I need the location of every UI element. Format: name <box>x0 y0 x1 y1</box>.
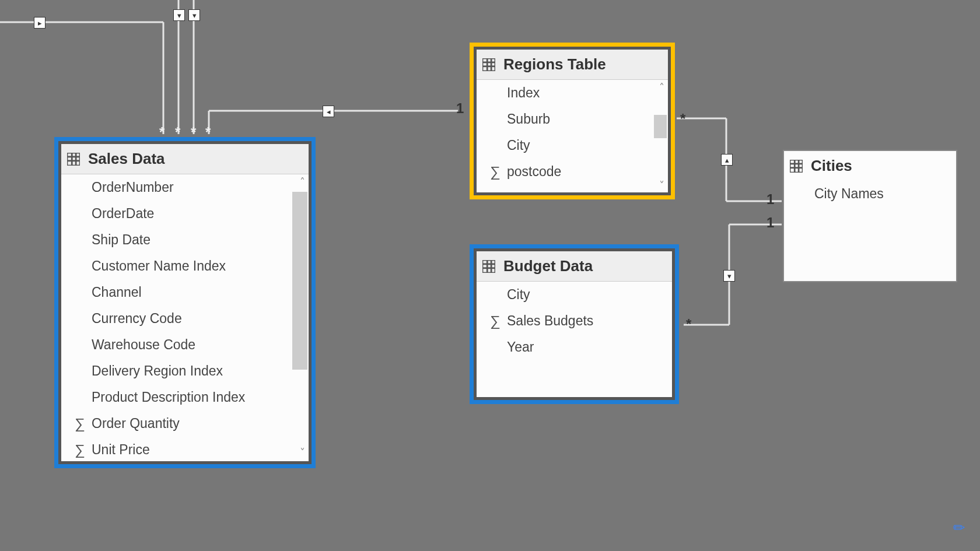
direction-arrow-icon: ▾ <box>173 9 185 21</box>
field-label: Warehouse Code <box>92 337 195 353</box>
field-row[interactable]: ∑City Names <box>784 181 956 207</box>
field-label: Order Quantity <box>92 416 180 431</box>
field-row[interactable]: ∑Customer Name Index <box>61 253 309 279</box>
cardinality-one: 1 <box>766 191 774 208</box>
field-label: OrderDate <box>92 206 154 222</box>
field-row[interactable]: ∑Unit Price <box>61 437 309 463</box>
field-row[interactable]: ∑Index <box>477 80 668 106</box>
field-row[interactable]: ∑Product Description Index <box>61 384 309 410</box>
field-row[interactable]: ∑Ship Date <box>61 227 309 253</box>
scroll-up-icon[interactable]: ˄ <box>659 82 664 93</box>
direction-arrow-icon: ▾ <box>188 9 200 21</box>
table-header[interactable]: Budget Data <box>477 251 672 282</box>
scrollbar-thumb[interactable] <box>292 192 307 370</box>
field-row[interactable]: ∑OrderDate <box>61 201 309 227</box>
table-icon <box>482 58 495 71</box>
field-label: Year <box>507 339 534 355</box>
svg-rect-27 <box>790 160 803 173</box>
field-label: City <box>507 287 530 303</box>
field-row[interactable]: ∑postcode <box>477 159 668 185</box>
table-cities[interactable]: Cities ∑City Names <box>783 150 957 282</box>
field-label: OrderNumber <box>92 180 174 195</box>
cardinality-one: 1 <box>456 100 464 117</box>
scroll-down-icon[interactable]: ˅ <box>300 447 305 458</box>
table-icon <box>790 160 803 173</box>
cardinality-many: * <box>680 111 685 127</box>
field-label: postcode <box>507 164 561 180</box>
direction-arrow-icon: ▸ <box>34 17 46 29</box>
field-row[interactable]: ∑Channel <box>61 279 309 306</box>
svg-rect-22 <box>482 260 495 273</box>
field-label: City Names <box>814 186 884 202</box>
field-label: Index <box>507 85 540 101</box>
field-row[interactable]: ∑Sales Budgets <box>477 308 672 334</box>
table-title: Budget Data <box>503 257 593 275</box>
field-row[interactable]: ∑Warehouse Code <box>61 332 309 358</box>
field-label: Customer Name Index <box>92 258 226 274</box>
model-canvas[interactable]: ▸ ▾ ▾ ◂ ▴ ▾ * * * * 1 * 1 * 1 Sales Data… <box>0 0 980 551</box>
scrollbar-thumb[interactable] <box>654 115 667 138</box>
cardinality-many: * <box>191 124 196 141</box>
cardinality-many: * <box>159 124 164 141</box>
direction-arrow-icon: ▾ <box>723 270 735 282</box>
table-header[interactable]: Sales Data <box>61 144 309 174</box>
table-title: Cities <box>811 157 852 175</box>
cardinality-many: * <box>686 316 691 332</box>
table-header[interactable]: Cities <box>784 151 956 181</box>
table-icon <box>482 260 495 273</box>
direction-arrow-icon: ◂ <box>323 106 334 117</box>
field-label: Ship Date <box>92 232 150 248</box>
field-label: City <box>507 138 530 153</box>
sigma-icon: ∑ <box>68 441 92 458</box>
svg-rect-12 <box>67 153 80 166</box>
field-list[interactable]: ∑City ∑Sales Budgets ∑Year <box>477 282 672 397</box>
cardinality-many: * <box>205 124 211 141</box>
table-sales-data[interactable]: Sales Data ˄ ˅ ∑OrderNumber ∑OrderDate ∑… <box>58 141 312 464</box>
cardinality-many: * <box>175 124 180 141</box>
field-row[interactable]: ∑City <box>477 132 668 159</box>
field-row[interactable]: ∑City <box>477 282 672 308</box>
field-row[interactable]: ∑OrderNumber <box>61 174 309 201</box>
sigma-icon: ∑ <box>484 313 507 329</box>
table-title: Regions Table <box>503 55 606 73</box>
table-budget[interactable]: Budget Data ∑City ∑Sales Budgets ∑Year <box>474 248 675 400</box>
field-row[interactable]: ∑Order Quantity <box>61 410 309 437</box>
sigma-icon: ∑ <box>484 163 507 180</box>
sigma-icon: ∑ <box>68 415 92 432</box>
field-label: Currency Code <box>92 311 182 327</box>
field-row[interactable]: ∑Suburb <box>477 106 668 132</box>
field-label: Unit Price <box>92 442 150 458</box>
field-label: Delivery Region Index <box>92 363 223 379</box>
field-label: Suburb <box>507 111 550 127</box>
field-list[interactable]: ˄ ˅ ∑OrderNumber ∑OrderDate ∑Ship Date ∑… <box>61 174 309 460</box>
table-title: Sales Data <box>88 150 165 168</box>
field-label: Channel <box>92 285 142 300</box>
table-header[interactable]: Regions Table <box>477 50 668 80</box>
field-row[interactable]: ∑Delivery Region Index <box>61 358 309 384</box>
cardinality-one: 1 <box>766 215 774 231</box>
resize-handle-icon[interactable]: ✎ <box>949 518 969 538</box>
field-label: Product Description Index <box>92 389 245 405</box>
direction-arrow-icon: ▴ <box>721 154 733 166</box>
table-icon <box>67 153 80 166</box>
scroll-down-icon[interactable]: ˅ <box>659 180 664 191</box>
scroll-up-icon[interactable]: ˄ <box>300 177 305 187</box>
field-row[interactable]: ∑Year <box>477 334 672 360</box>
field-list[interactable]: ˄ ˅ ∑Index ∑Suburb ∑City ∑postcode <box>477 80 668 193</box>
field-list[interactable]: ∑City Names <box>784 181 956 207</box>
field-row[interactable]: ∑Currency Code <box>61 306 309 332</box>
svg-rect-17 <box>482 58 495 71</box>
field-label: Sales Budgets <box>507 313 593 329</box>
table-regions[interactable]: Regions Table ˄ ˅ ∑Index ∑Suburb ∑City ∑… <box>474 47 671 195</box>
